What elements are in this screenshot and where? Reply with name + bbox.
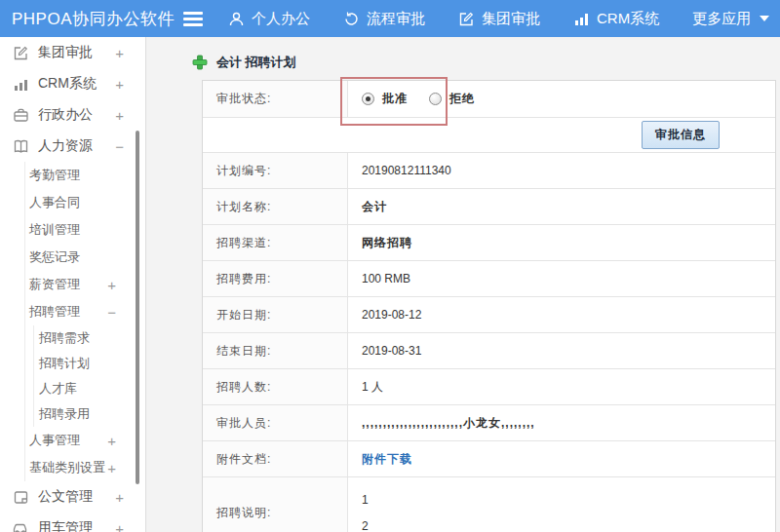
field-value: 1 人 — [348, 369, 775, 404]
field-label: 招聘渠道: — [203, 225, 348, 260]
field-label: 审批状态: — [203, 81, 348, 117]
field-label: 附件文档: — [203, 441, 348, 476]
top-bar: PHPOA协同办公软件 个人办公 流程审批 — [0, 0, 780, 37]
sidebar-item-salary[interactable]: 薪资管理 + — [25, 271, 145, 298]
sidebar-item-talent-pool[interactable]: 人才库 — [34, 376, 145, 401]
sidebar-item-label: 招聘计划 — [39, 355, 90, 372]
sidebar-item-label: 人才库 — [39, 380, 77, 398]
sidebar-item-label: 招聘需求 — [39, 329, 90, 347]
radio-reject[interactable] — [429, 93, 442, 105]
nav-workflow-approval[interactable]: 流程审批 — [343, 10, 425, 28]
expand-icon[interactable]: + — [115, 489, 124, 506]
approval-info-button[interactable]: 审批信息 — [642, 121, 720, 149]
sidebar-item-rewards[interactable]: 奖惩记录 — [25, 244, 145, 271]
edit-icon — [13, 45, 29, 61]
nav-more-apps[interactable]: 更多应用 — [692, 10, 769, 28]
sidebar-item-label: 行政办公 — [38, 106, 93, 124]
field-label: 招聘说明: — [203, 477, 348, 532]
sidebar-item-label: 集团审批 — [38, 44, 93, 61]
description-line: 1 — [362, 493, 369, 507]
history-icon — [343, 11, 360, 27]
edit-icon — [458, 11, 475, 27]
sidebar-item-attendance[interactable]: 考勤管理 — [25, 162, 145, 189]
sidebar-item-recruit-hire[interactable]: 招聘录用 — [34, 401, 145, 427]
table-row-plan-number: 计划编号: 20190812111340 — [203, 153, 775, 189]
approval-radio-group: 批准 拒绝 — [362, 91, 488, 107]
field-value: 2019-08-12 — [348, 297, 775, 332]
nav-personal-office[interactable]: 个人办公 — [228, 10, 310, 28]
table-row-approval-status: 审批状态: 批准 拒绝 — [203, 81, 775, 118]
sidebar-item-label: CRM系统 — [38, 75, 97, 93]
nav-label: 流程审批 — [367, 10, 425, 28]
sidebar-item-hr-contract[interactable]: 人事合同 — [25, 189, 145, 216]
sidebar-item-label: 公文管理 — [38, 488, 93, 506]
sidebar-item-label: 奖惩记录 — [29, 248, 80, 266]
sidebar-item-recruit-plan[interactable]: 招聘计划 — [34, 351, 145, 376]
sidebar-item-training[interactable]: 培训管理 — [25, 216, 145, 244]
app-logo: PHPOA协同办公软件 — [0, 8, 183, 30]
recruit-submenu: 招聘需求 招聘计划 人才库 招聘录用 — [33, 325, 145, 427]
nav-label: 更多应用 — [692, 10, 751, 28]
sidebar-item-crm[interactable]: CRM系统 + — [0, 68, 145, 99]
recruit-plan-form: 审批状态: 批准 拒绝 审批信息 计划编号: — [202, 80, 776, 532]
description-line: 2 — [362, 519, 369, 532]
expand-icon[interactable]: + — [115, 45, 124, 61]
sidebar-item-label: 人力资源 — [38, 137, 93, 155]
sidebar-item-label: 薪资管理 — [29, 276, 80, 293]
table-row-approvers: 审批人员: ,,,,,,,,,,,,,,,,,,,,,,,,小龙女,,,,,,,… — [203, 405, 775, 441]
expand-icon[interactable]: + — [107, 433, 116, 449]
expand-icon[interactable]: + — [115, 76, 124, 93]
sidebar-item-document-mgmt[interactable]: 公文管理 + — [0, 481, 145, 513]
expand-icon[interactable]: + — [115, 107, 124, 124]
table-row-recruit-channel: 招聘渠道: 网络招聘 — [203, 225, 775, 261]
sidebar-item-base-category[interactable]: 基础类别设置 + — [25, 454, 145, 481]
sidebar-item-group-approval[interactable]: 集团审批 + — [0, 37, 145, 68]
menu-toggle-icon[interactable] — [183, 12, 203, 26]
sidebar-item-personnel-mgmt[interactable]: 人事管理 + — [25, 427, 145, 454]
sidebar-item-label: 用车管理 — [38, 519, 93, 532]
collapse-icon[interactable]: − — [107, 304, 116, 321]
top-nav: 个人办公 流程审批 集团审批 CRM系统 — [228, 10, 769, 28]
sidebar-item-recruit-demand[interactable]: 招聘需求 — [34, 325, 145, 351]
sidebar-item-vehicle-mgmt[interactable]: 用车管理 + — [0, 513, 145, 532]
radio-reject-label: 拒绝 — [449, 91, 475, 107]
field-label: 计划名称: — [203, 189, 348, 224]
nav-label: 集团审批 — [482, 10, 540, 28]
expand-icon[interactable]: + — [107, 277, 116, 293]
briefcase-icon — [13, 107, 29, 124]
sidebar-item-label: 招聘管理 — [29, 303, 80, 321]
sidebar-item-hr[interactable]: 人力资源 − — [0, 131, 145, 162]
page-title-text: 会计 招聘计划 — [216, 54, 296, 71]
table-row-end-date: 结束日期: 2019-08-31 — [203, 333, 775, 369]
sidebar-item-label: 人事合同 — [29, 194, 80, 211]
caret-down-icon — [760, 16, 769, 21]
radio-approve[interactable] — [362, 93, 374, 105]
document-icon — [13, 489, 29, 506]
field-value: 100 RMB — [348, 261, 775, 296]
field-label: 开始日期: — [203, 297, 348, 332]
plus-icon — [192, 55, 208, 70]
sidebar-item-admin-office[interactable]: 行政办公 + — [0, 99, 145, 131]
field-label: 结束日期: — [203, 333, 348, 368]
attachment-download-link[interactable]: 附件下载 — [362, 451, 412, 468]
chart-icon — [13, 76, 29, 93]
expand-icon[interactable]: + — [107, 460, 116, 476]
field-value: ,,,,,,,,,,,,,,,,,,,,,,,,小龙女,,,,,,,, — [348, 405, 775, 440]
nav-group-approval[interactable]: 集团审批 — [458, 10, 540, 28]
chart-icon — [573, 11, 590, 27]
sidebar-item-recruit-mgmt[interactable]: 招聘管理 − — [25, 298, 145, 325]
radio-approve-label: 批准 — [382, 91, 408, 107]
sidebar-item-label: 招聘录用 — [39, 405, 90, 423]
nav-label: CRM系统 — [597, 10, 659, 28]
page-title: 会计 招聘计划 — [192, 54, 780, 71]
car-icon — [13, 520, 29, 532]
table-row-button: 审批信息 — [203, 118, 775, 153]
hr-submenu: 考勤管理 人事合同 培训管理 奖惩记录 薪资管理 + 招聘管理 − 招聘需求 — [24, 162, 145, 481]
sidebar-item-label: 基础类别设置 — [29, 459, 105, 476]
expand-icon[interactable]: + — [115, 520, 124, 532]
sidebar-scrollbar[interactable] — [136, 131, 139, 484]
table-row-attachment: 附件文档: 附件下载 — [203, 441, 775, 477]
field-value: 网络招聘 — [348, 225, 775, 260]
collapse-icon[interactable]: − — [115, 138, 124, 155]
nav-crm-system[interactable]: CRM系统 — [573, 10, 659, 28]
